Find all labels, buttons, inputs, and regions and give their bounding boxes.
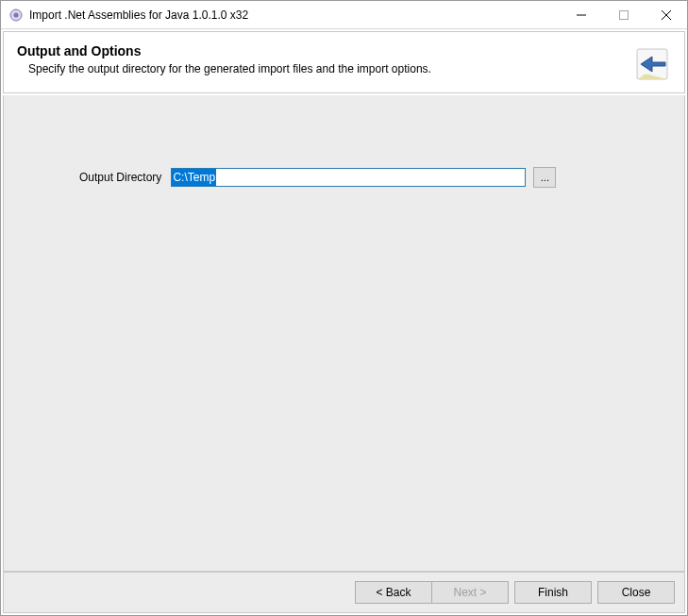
- next-button: Next >: [431, 581, 509, 604]
- wizard-content: Output Directory C:\Temp ...: [3, 95, 685, 572]
- browse-button[interactable]: ...: [533, 167, 556, 188]
- svg-point-1: [14, 12, 19, 17]
- minimize-button[interactable]: [560, 1, 602, 28]
- window-controls: [560, 1, 687, 28]
- close-window-button[interactable]: [645, 1, 687, 28]
- page-title: Output and Options: [17, 43, 626, 58]
- maximize-button: [602, 1, 645, 28]
- finish-button[interactable]: Finish: [514, 581, 592, 604]
- nav-button-pair: < Back Next >: [355, 581, 509, 604]
- window-title: Import .Net Assemblies for Java 1.0.1.0 …: [29, 8, 560, 22]
- output-directory-row: Output Directory C:\Temp ...: [79, 167, 556, 188]
- output-directory-label: Output Directory: [79, 171, 161, 184]
- wizard-footer: < Back Next > Finish Close: [3, 572, 685, 613]
- close-button[interactable]: Close: [597, 581, 675, 604]
- header-text-block: Output and Options Specify the output di…: [17, 43, 626, 75]
- output-directory-input[interactable]: C:\Temp: [171, 168, 526, 187]
- button-group: < Back Next > Finish Close: [355, 581, 675, 604]
- wizard-header: Output and Options Specify the output di…: [3, 31, 685, 93]
- import-arrow-icon: [635, 43, 671, 81]
- titlebar: Import .Net Assemblies for Java 1.0.1.0 …: [1, 1, 687, 29]
- app-icon: [8, 8, 24, 23]
- output-directory-value: C:\Temp: [172, 169, 216, 186]
- wizard-window: Import .Net Assemblies for Java 1.0.1.0 …: [0, 0, 688, 616]
- back-button[interactable]: < Back: [355, 581, 432, 604]
- page-description: Specify the output directory for the gen…: [17, 62, 626, 75]
- svg-rect-3: [619, 10, 628, 19]
